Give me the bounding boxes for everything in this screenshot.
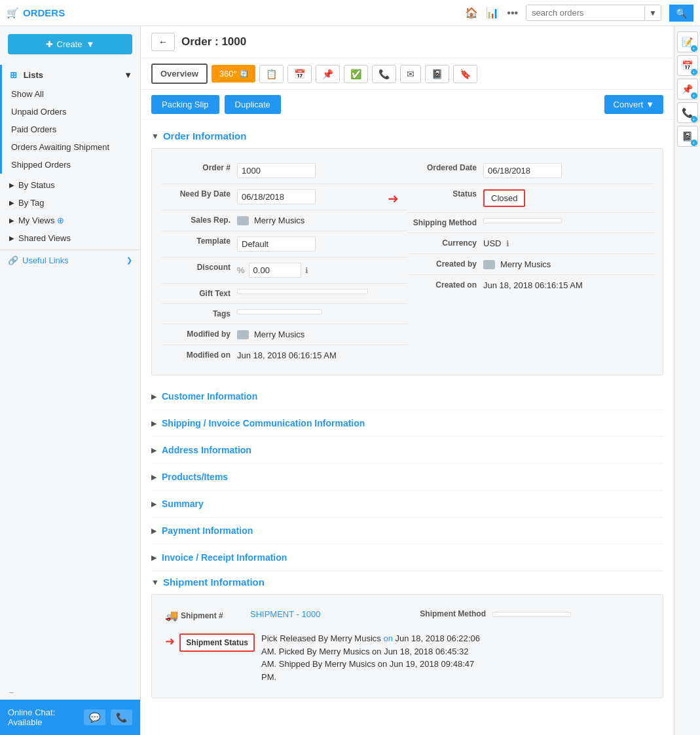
online-chat-bar[interactable]: Online Chat: Available 💬 📞 [0,700,140,735]
ordered-date-row: Ordered Date 06/18/2018 [407,158,654,184]
products-items-header[interactable]: ▶ Products/Items [151,470,663,483]
info-col-left: Order # 1000 Need By Date 06/18/2018 Sal… [161,158,407,366]
discount-info-icon[interactable]: ℹ [305,266,308,275]
truck-icon: 🚚 [165,609,178,622]
tab-table[interactable]: 📋 [259,65,284,83]
search-button[interactable]: 🔍 [669,5,693,22]
invoice-receipt-section: ▶ Invoice / Receipt Information [151,544,663,571]
sidebar-item-paid[interactable]: Paid Orders [2,121,140,138]
caret-icon: ▶ [151,527,157,535]
shipment-info-section: ▼ Shipment Information 🚚 Shipment # SHIP… [151,576,663,698]
plus-icon: ✚ [46,39,53,49]
packing-slip-button[interactable]: Packing Slip [151,95,219,114]
created-on-row: Created on Jun 18, 2018 06:16:15 AM [407,275,654,295]
tab-check[interactable]: ✅ [344,65,368,83]
right-icon-phone[interactable]: 📞 + [677,102,698,123]
tab-overview[interactable]: Overview [151,64,208,84]
tags-value [237,309,322,314]
search-input[interactable] [526,5,644,20]
useful-links-chevron: ❯ [126,256,132,265]
caret-icon: ▶ [151,473,157,481]
duplicate-button[interactable]: Duplicate [225,95,281,114]
invoice-receipt-header[interactable]: ▶ Invoice / Receipt Information [151,551,663,564]
caret-icon: ▶ [151,446,157,455]
tab-phone[interactable]: 📞 [372,65,396,83]
right-panel: 📝 + 📅 + 📌 + 📞 + 📓 + [674,26,700,735]
modified-by-value: Merry Musics [254,330,304,339]
shipment-info-header[interactable]: ▼ Shipment Information [151,576,663,588]
order-info-header[interactable]: ▼ Order Information [151,130,663,141]
right-icon-edit[interactable]: 📝 + [677,31,698,52]
right-icon-pin[interactable]: 📌 + [677,79,698,100]
sidebar-item-shipped[interactable]: Shipped Orders [2,156,140,174]
page-title: Order : 1000 [181,35,246,48]
sidebar-by-status[interactable]: ▶ By Status [0,176,140,194]
sidebar-separator: – [0,685,140,700]
sidebar-item-show-all[interactable]: Show All [2,85,140,103]
tags-row: Tags [161,304,407,324]
lists-chevron: ▼ [124,70,132,80]
refresh-icon: 🔄 [240,70,248,77]
summary-header[interactable]: ▶ Summary [151,497,663,510]
plus-badge: + [691,45,697,52]
address-info-section: ▶ Address Information [151,437,663,464]
gift-text-value [237,289,368,294]
add-view-icon[interactable]: ⊕ [57,216,64,225]
created-by-value: Merry Musics [500,259,551,269]
home-icon[interactable]: 🏠 [465,7,478,19]
address-info-header[interactable]: ▶ Address Information [151,443,663,457]
search-dropdown-btn[interactable]: ▼ [644,6,661,20]
right-icon-notes[interactable]: 📓 + [677,126,698,147]
created-by-row: Created by Merry Musics [407,254,654,275]
payment-info-header[interactable]: ▶ Payment Information [151,524,663,537]
shipment-status-arrow: ➜ [165,635,175,648]
discount-row: Discount % 0.00 ℹ [161,257,407,284]
tab-pin[interactable]: 📌 [316,65,340,83]
tab-mail[interactable]: ✉ [400,65,421,83]
modified-by-avatar [237,330,249,339]
grid-icon: ⊞ [10,70,17,80]
sidebar-my-views[interactable]: ▶ My Views ⊕ [0,212,140,229]
convert-dropdown-icon: ▼ [646,100,654,109]
discount-value-wrap: % 0.00 ℹ [237,263,308,278]
status-arrow-annotation: ➜ [388,191,399,206]
modified-by-row: Modified by Merry Musics [161,324,407,345]
sidebar-item-awaiting[interactable]: Orders Awaiting Shipment [2,138,140,156]
sidebar-by-tag[interactable]: ▶ By Tag [0,194,140,212]
useful-links[interactable]: 🔗 Useful Links ❯ [0,250,140,271]
discount-value: 0.00 [249,263,301,278]
currency-row: Currency USD ℹ [407,233,654,254]
content-area: ▼ Order Information Order # 1000 Need By… [141,120,674,717]
tab-360[interactable]: 360° 🔄 [212,65,255,83]
sidebar: ✚ Create ▼ ⊞ Lists ▼ Show All Unpaid Ord… [0,26,141,735]
status-value: Closed [483,189,525,207]
shipping-method-value [483,218,562,223]
convert-button[interactable]: Convert ▼ [604,95,663,114]
shipment-method-value [492,612,571,617]
sidebar-item-unpaid[interactable]: Unpaid Orders [2,103,140,121]
cart-icon: 🛒 [7,7,19,19]
chart-icon[interactable]: 📊 [486,7,499,19]
more-icon[interactable]: ••• [507,7,518,19]
shipment-number-link[interactable]: SHIPMENT - 1000 [250,609,320,619]
tab-notes[interactable]: 📓 [425,65,449,83]
gift-text-row: Gift Text [161,284,407,304]
lists-header[interactable]: ⊞ Lists ▼ [2,65,140,85]
customer-info-header[interactable]: ▶ Customer Information [151,390,663,403]
lists-section: ⊞ Lists ▼ Show All Unpaid Orders Paid Or… [0,65,140,174]
phone-icon-btn[interactable]: 📞 [111,709,132,725]
template-row: Template Default [161,231,407,257]
dropdown-arrow: ▼ [86,39,95,49]
create-button[interactable]: ✚ Create ▼ [8,34,132,54]
tab-tag[interactable]: 🔖 [453,65,477,83]
ordered-date-value: 06/18/2018 [483,163,562,178]
tab-toolbar: Overview 360° 🔄 📋 📅 📌 ✅ 📞 ✉ 📓 🔖 [141,58,674,90]
need-by-date-value: 06/18/2018 [237,189,316,204]
tab-calendar[interactable]: 📅 [287,65,312,83]
currency-info-icon[interactable]: ℹ [506,239,509,248]
shipping-invoice-header[interactable]: ▶ Shipping / Invoice Communication Infor… [151,417,663,430]
sidebar-shared-views[interactable]: ▶ Shared Views [0,229,140,247]
right-icon-calendar[interactable]: 📅 + [677,55,698,76]
chat-icon-btn[interactable]: 💬 [84,709,105,725]
back-button[interactable]: ← [151,33,175,51]
